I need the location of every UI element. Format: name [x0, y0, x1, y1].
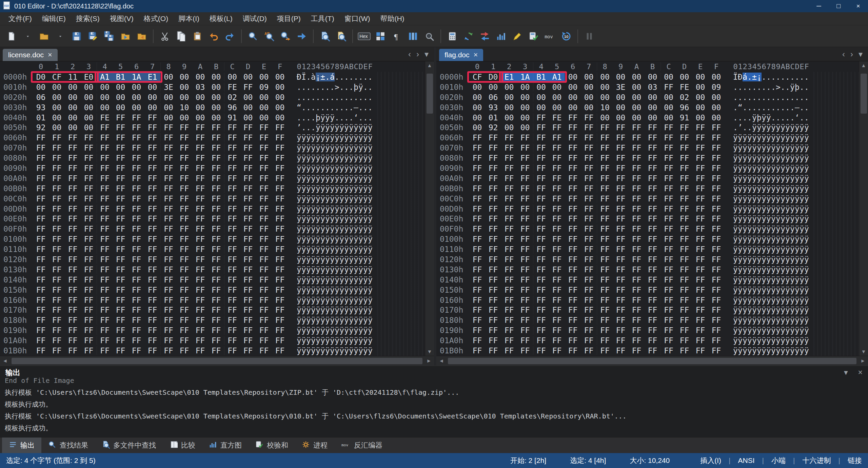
hex-byte[interactable]: 00	[144, 103, 160, 112]
hex-byte[interactable]: FF	[208, 265, 224, 274]
hex-byte[interactable]: FF	[533, 235, 549, 243]
ascii-char[interactable]: ÿ	[733, 286, 738, 294]
hex-byte[interactable]: FF	[240, 286, 256, 294]
hex-byte[interactable]: FF	[160, 275, 176, 284]
ascii-char[interactable]: ÿ	[790, 306, 795, 314]
hex-byte[interactable]: FF	[581, 296, 597, 305]
ascii-char[interactable]: ÿ	[349, 225, 354, 233]
hex-byte[interactable]: FF	[597, 306, 613, 314]
hex-byte[interactable]: FF	[81, 245, 97, 254]
hex-byte[interactable]: FF	[565, 123, 581, 132]
ascii-char[interactable]: ÿ	[771, 133, 776, 142]
ascii-char[interactable]: ÿ	[762, 336, 766, 345]
ascii-char[interactable]: ÿ	[743, 316, 747, 325]
ascii-char[interactable]: ÿ	[766, 245, 771, 254]
hex-byte[interactable]: FF	[272, 154, 288, 162]
hex-byte[interactable]: FF	[49, 336, 65, 345]
ascii-char[interactable]: ÿ	[776, 143, 781, 152]
hex-byte[interactable]: FF	[256, 326, 272, 335]
hex-byte[interactable]: FF	[613, 316, 629, 325]
ascii-char[interactable]: ÿ	[738, 204, 743, 213]
hex-byte[interactable]: 00	[129, 93, 144, 102]
ascii-char[interactable]: ÿ	[795, 214, 800, 223]
vertical-scrollbar[interactable]: ▲ ▼	[425, 61, 434, 356]
ascii-char[interactable]: ÿ	[785, 336, 790, 345]
hex-byte[interactable]: FF	[517, 245, 533, 254]
hex-byte[interactable]: FF	[517, 133, 533, 142]
hex-byte[interactable]: 00	[192, 73, 208, 81]
hex-byte[interactable]: FF	[160, 306, 176, 314]
ascii-char[interactable]: ÿ	[325, 336, 330, 345]
ascii-char[interactable]: ÿ	[316, 184, 320, 193]
hex-byte[interactable]: FF	[129, 133, 144, 142]
hex-byte[interactable]: FF	[65, 154, 81, 162]
hex-byte[interactable]: 00	[272, 113, 288, 122]
ascii-char[interactable]: ÿ	[757, 306, 762, 314]
ascii-char[interactable]: ÿ	[349, 346, 354, 355]
hex-byte[interactable]: FF	[49, 194, 65, 203]
hex-byte[interactable]: FF	[192, 326, 208, 335]
hex-byte[interactable]: FF	[97, 225, 113, 233]
ascii-char[interactable]: ÿ	[752, 113, 757, 122]
hex-byte[interactable]: FF	[517, 184, 533, 193]
hex-byte[interactable]: FF	[676, 164, 692, 173]
ascii-char[interactable]: ÿ	[738, 214, 743, 223]
hex-byte[interactable]: FF	[645, 154, 660, 162]
hex-byte[interactable]: 00	[65, 93, 81, 102]
inspect-icon[interactable]	[421, 28, 437, 45]
ascii-char[interactable]: ÿ	[738, 296, 743, 305]
hex-byte[interactable]: FF	[224, 326, 240, 335]
ascii-char[interactable]: .	[743, 113, 747, 122]
ascii-char[interactable]: .	[363, 73, 368, 81]
ascii-char[interactable]: .	[320, 103, 325, 112]
hex-byte[interactable]: FF	[597, 123, 613, 132]
ascii-char[interactable]: ÿ	[771, 265, 776, 274]
hex-byte[interactable]: FF	[692, 326, 708, 335]
hex-byte[interactable]: FF	[272, 194, 288, 203]
hex-byte[interactable]: FF	[176, 245, 192, 254]
hex-row[interactable]: 0180hFFFFFFFFFFFFFFFFFFFFFFFFFFFFFFFFÿÿÿ…	[0, 315, 425, 325]
ascii-char[interactable]: ÿ	[363, 265, 368, 274]
hex-byte[interactable]: FF	[208, 214, 224, 223]
ascii-char[interactable]: ÿ	[785, 255, 790, 264]
ascii-char[interactable]: ÿ	[330, 214, 335, 223]
hex-byte[interactable]: FF	[160, 225, 176, 233]
ascii-char[interactable]: ÿ	[747, 326, 752, 335]
hex-byte[interactable]: FF	[113, 336, 129, 345]
ascii-char[interactable]: ÿ	[301, 164, 306, 173]
ascii-char[interactable]: þ	[757, 113, 762, 122]
hex-byte[interactable]: FF	[692, 143, 708, 152]
ascii-char[interactable]: ÿ	[800, 306, 804, 314]
hex-byte[interactable]: 00	[160, 113, 176, 122]
hex-byte[interactable]: FF	[176, 174, 192, 183]
hex-byte[interactable]: FF	[224, 286, 240, 294]
hex-byte[interactable]: FF	[629, 154, 645, 162]
hex-byte[interactable]: FF	[129, 286, 144, 294]
ascii-char[interactable]: ÿ	[349, 123, 354, 132]
hex-byte[interactable]: FF	[549, 184, 565, 193]
ascii-char[interactable]: ÿ	[795, 133, 800, 142]
ascii-char[interactable]: .	[320, 83, 325, 92]
ascii-char[interactable]: ÿ	[325, 113, 330, 122]
ascii-char[interactable]: ÿ	[306, 286, 311, 294]
ascii-char[interactable]: ÿ	[752, 275, 757, 284]
ascii-char[interactable]: ÿ	[733, 306, 738, 314]
hex-byte[interactable]: 00	[192, 103, 208, 112]
ascii-char[interactable]: ÿ	[349, 204, 354, 213]
ascii-char[interactable]: ÿ	[330, 164, 335, 173]
hex-row[interactable]: 00B0hFFFFFFFFFFFFFFFFFFFFFFFFFFFFFFFFÿÿÿ…	[436, 183, 859, 194]
ascii-char[interactable]: ÿ	[311, 346, 316, 355]
ascii-char[interactable]: ÿ	[320, 306, 325, 314]
ascii-char[interactable]: ÿ	[358, 275, 363, 284]
hex-byte[interactable]: FF	[113, 174, 129, 183]
ascii-char[interactable]: ÿ	[752, 286, 757, 294]
ascii-char[interactable]: ÿ	[804, 346, 809, 355]
hex-byte[interactable]: FF	[129, 154, 144, 162]
ascii-char[interactable]: ÿ	[354, 204, 358, 213]
hex-byte[interactable]: 00	[469, 83, 485, 92]
scroll-left-icon[interactable]: ◄	[0, 357, 10, 365]
ascii-char[interactable]: ÿ	[349, 235, 354, 243]
hex-byte[interactable]: 00	[469, 123, 485, 132]
hex-byte[interactable]: FF	[692, 154, 708, 162]
ascii-char[interactable]: ÿ	[311, 235, 316, 243]
